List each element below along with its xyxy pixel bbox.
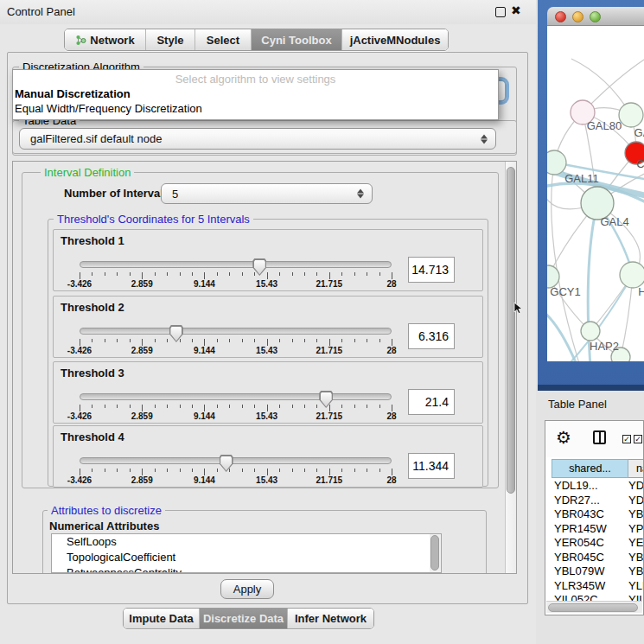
tab-network[interactable]: Network	[65, 29, 146, 50]
threshold-panel: Threshold 1 -3.4262.8599.14415.4321.7152…	[53, 229, 483, 291]
float-window-icon[interactable]	[495, 7, 506, 17]
top-tab-bar: NetworkStyleSelectCyni ToolboxjActiveMNo…	[64, 29, 449, 51]
threshold-label: Threshold 4	[61, 430, 124, 443]
table-panel-title: Table Panel	[548, 398, 607, 411]
network-icon	[75, 35, 86, 46]
control-panel-titlebar: Control Panel ✖	[0, 0, 536, 24]
tab-discretize-data[interactable]: Discretize Data	[200, 609, 288, 628]
table-row[interactable]: YBL079WYBL0	[552, 564, 644, 579]
num-intervals-combobox[interactable]: 5	[161, 183, 373, 204]
mouse-cursor-icon	[513, 302, 523, 315]
table-row[interactable]: YDR27...YDR2	[552, 494, 644, 508]
threshold-value-field[interactable]: 14.713	[408, 257, 455, 283]
slider-track[interactable]	[80, 328, 392, 335]
table-row[interactable]: YER054CYER0	[552, 536, 644, 551]
table-header-row: shared... na	[545, 459, 644, 478]
thresholds-group-title: Threshold's Coordinates for 5 Intervals	[54, 213, 253, 226]
combo-arrows-icon	[481, 134, 488, 143]
column-header-name[interactable]: na	[628, 459, 644, 478]
network-node-label: GAL80	[587, 119, 622, 132]
settings-scrollpane: Interval Definition Number of Intervals …	[12, 161, 517, 574]
network-window-titlebar[interactable]	[547, 7, 644, 26]
table-panel: ⚙ ✓ ✓ shared... na YDL19...YDL1YDR27...Y…	[545, 420, 644, 615]
threshold-panel: Threshold 2 -3.4262.8599.14415.4321.7152…	[53, 296, 483, 358]
control-panel: Control Panel ✖ NetworkStyleSelectCyni T…	[0, 0, 536, 644]
table-row[interactable]: YDL19...YDL1	[552, 479, 644, 494]
network-node-label: C	[636, 157, 644, 170]
zoom-light-icon[interactable]	[590, 11, 601, 22]
close-icon[interactable]: ✖	[511, 3, 521, 17]
table-row[interactable]: YPR145WYPR1	[552, 522, 644, 537]
network-node-label: GAL4	[600, 215, 628, 228]
tab-impute-data[interactable]: Impute Data	[124, 609, 200, 628]
table-data-combobox[interactable]: galFiltered.sif default node	[19, 128, 496, 150]
table-horizontal-scrollbar[interactable]	[546, 601, 642, 613]
checkbox-icon[interactable]: ✓	[622, 435, 631, 443]
dropdown-option[interactable]: Manual Discretization	[15, 86, 496, 101]
threshold-panel: Threshold 4 -3.4262.8599.14415.4321.7152…	[53, 425, 483, 488]
numerical-attributes-list[interactable]: SelfLoopsTopologicalCoefficientBetweenne…	[51, 533, 442, 573]
network-node[interactable]	[547, 150, 566, 175]
table-data-combobox-value: galFiltered.sif default node	[30, 132, 162, 145]
network-node-label: HAP2	[590, 340, 619, 353]
network-edge	[552, 163, 582, 361]
network-node-label: GA	[634, 126, 644, 139]
tab-style[interactable]: Style	[146, 29, 195, 50]
table-row[interactable]: YBR043CYBR0	[552, 507, 644, 522]
table-row[interactable]: YLR345WYLR3	[552, 579, 644, 594]
combo-arrows-icon	[357, 189, 364, 199]
attribute-list-item[interactable]: TopologicalCoefficient	[52, 550, 441, 565]
column-header-shared[interactable]: shared...	[552, 459, 628, 478]
table-toolbar: ⚙ ✓ ✓	[545, 421, 643, 457]
slider-track[interactable]	[80, 457, 392, 464]
network-node-label: H	[638, 285, 644, 298]
threshold-label: Threshold 1	[61, 234, 124, 247]
threshold-value-field[interactable]: 21.4	[408, 389, 455, 415]
threshold-panel: Threshold 3 -3.4262.8599.14415.4321.7152…	[53, 361, 483, 424]
checkbox-icon[interactable]: ✓	[634, 435, 642, 443]
numerical-attributes-label: Numerical Attributes	[49, 520, 159, 532]
threshold-value-field[interactable]: 11.344	[408, 453, 455, 479]
num-intervals-value: 5	[172, 188, 178, 201]
network-canvas[interactable]: GAL80GACGAL11GAL4GCY1HHAP2	[547, 26, 644, 361]
attributes-list-scrollbar[interactable]	[430, 534, 441, 572]
threshold-value-field[interactable]: 6.316	[408, 323, 455, 349]
tab-jactivemnodules[interactable]: jActiveMNodules	[342, 29, 448, 50]
close-light-icon[interactable]	[555, 11, 566, 22]
network-view-window[interactable]: GAL80GACGAL11GAL4GCY1HHAP2	[538, 0, 644, 391]
network-node-label: GCY1	[550, 285, 580, 298]
algorithm-dropdown-popup: Select algorithm to view settings Manual…	[12, 69, 499, 120]
threshold-label: Threshold 2	[61, 301, 124, 314]
apply-button[interactable]: Apply	[220, 579, 274, 599]
slider-track[interactable]	[80, 393, 392, 400]
interval-group-title: Interval Definition	[41, 166, 134, 179]
settings-vertical-scrollbar[interactable]	[505, 162, 516, 573]
network-node[interactable]	[581, 322, 600, 341]
attribute-list-item[interactable]: BetweennessCentrality	[52, 565, 441, 573]
algorithm-dropdown-options: Manual DiscretizationEqual Width/Frequen…	[15, 86, 496, 116]
split-table-icon[interactable]	[593, 430, 606, 444]
network-graph[interactable]: GAL80GACGAL11GAL4GCY1HHAP2	[547, 26, 644, 361]
attribute-list-item[interactable]: SelfLoops	[52, 534, 441, 550]
slider-track[interactable]	[80, 261, 392, 268]
dropdown-hint: Select algorithm to view settings	[13, 72, 498, 86]
num-intervals-label: Number of Intervals	[64, 187, 169, 200]
attributes-group-title: Attributes to discretize	[48, 504, 165, 517]
network-node-label: GAL11	[564, 172, 599, 185]
panel-title: Control Panel	[7, 5, 75, 18]
tab-cyni-toolbox[interactable]: Cyni Toolbox	[252, 29, 342, 50]
bottom-tab-bar: Impute DataDiscretize DataInfer Network	[123, 608, 374, 629]
tab-select[interactable]: Select	[195, 29, 252, 50]
network-node[interactable]	[620, 262, 644, 288]
tab-infer-network[interactable]: Infer Network	[288, 609, 373, 628]
dropdown-option[interactable]: Equal Width/Frequency Discretization	[15, 101, 496, 116]
table-rows: YDL19...YDL1YDR27...YDR2YBR043CYBR0YPR14…	[552, 479, 644, 602]
table-row[interactable]: YBR045CYBR0	[552, 551, 644, 565]
threshold-label: Threshold 3	[61, 367, 124, 379]
gear-icon[interactable]: ⚙	[556, 427, 571, 448]
minimize-light-icon[interactable]	[572, 11, 583, 22]
network-node[interactable]	[619, 103, 643, 127]
